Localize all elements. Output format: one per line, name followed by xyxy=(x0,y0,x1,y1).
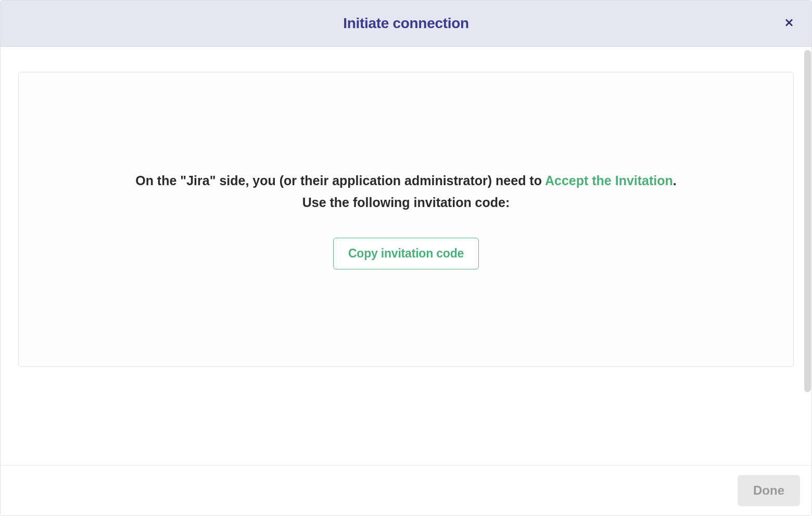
close-button[interactable] xyxy=(781,15,797,32)
instruction-line2: Use the following invitation code: xyxy=(302,195,510,210)
modal-header: Initiate connection xyxy=(1,1,811,47)
done-button[interactable]: Done xyxy=(738,475,800,506)
modal-body: On the "Jira" side, you (or their applic… xyxy=(1,47,811,465)
accept-invitation-link[interactable]: Accept the Invitation xyxy=(545,173,673,188)
modal-container: Initiate connection On the "Jira" side, … xyxy=(0,0,812,516)
content-panel: On the "Jira" side, you (or their applic… xyxy=(18,72,794,367)
modal-footer: Done xyxy=(1,465,811,515)
modal-title: Initiate connection xyxy=(343,15,469,32)
instruction-text: On the "Jira" side, you (or their applic… xyxy=(135,170,677,214)
instruction-prefix: On the "Jira" side, you (or their applic… xyxy=(135,173,545,188)
copy-invitation-code-button[interactable]: Copy invitation code xyxy=(333,238,479,269)
close-icon xyxy=(784,18,794,29)
scrollbar[interactable] xyxy=(804,50,811,392)
instruction-suffix: . xyxy=(673,173,677,188)
